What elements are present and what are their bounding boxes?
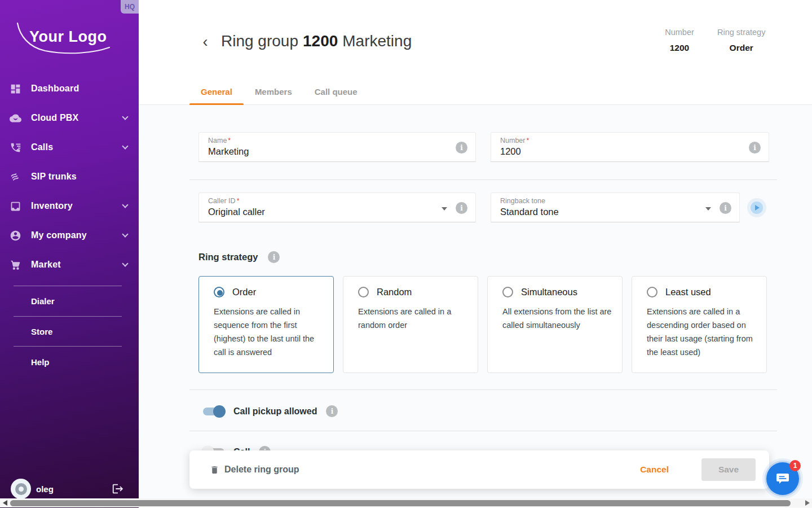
call-pickup-toggle[interactable] xyxy=(203,408,224,415)
ring-strategy-heading: Ring strategy xyxy=(198,252,258,262)
sidebar-item-label: Dashboard xyxy=(31,84,79,94)
summary-ring-strategy: Ring strategy Order xyxy=(717,28,765,53)
tab-members[interactable]: Members xyxy=(244,78,303,104)
ring-strategy-options: Order Extensions are called in sequence … xyxy=(198,276,767,373)
strategy-card-least-used[interactable]: Least used Extensions are called in a de… xyxy=(632,276,767,373)
trash-icon xyxy=(210,465,219,475)
section-divider xyxy=(189,389,777,390)
save-button[interactable]: Save xyxy=(701,458,756,481)
play-tone-button[interactable] xyxy=(751,202,763,214)
sidebar-divider xyxy=(14,286,122,286)
scrollbar-thumb[interactable] xyxy=(10,500,791,506)
logout-icon[interactable] xyxy=(112,483,124,495)
chat-icon xyxy=(775,471,791,487)
scroll-right-arrow-icon[interactable] xyxy=(805,500,810,506)
cloud-icon xyxy=(9,112,21,124)
strategy-description: Extensions are called in a random order xyxy=(358,305,469,332)
chevron-down-icon xyxy=(122,202,128,208)
radio-icon[interactable] xyxy=(502,287,513,297)
info-icon[interactable]: i xyxy=(456,142,467,154)
calls-icon xyxy=(9,141,21,154)
sip-trunks-icon xyxy=(9,170,21,183)
sidebar-item-my-company[interactable]: My company xyxy=(0,225,139,246)
ringback-tone-select[interactable]: Ringback tone Standard tone i xyxy=(491,192,740,222)
call-pickup-label: Call pickup allowed xyxy=(233,406,317,417)
sidebar-item-market[interactable]: Market xyxy=(0,255,139,275)
name-field[interactable]: Name* Marketing i xyxy=(198,132,476,162)
page-title-prefix: Ring group xyxy=(221,32,298,50)
main-content: ‹ Ring group1200Marketing Number 1200 Ri… xyxy=(139,0,812,508)
dashboard-icon xyxy=(9,82,21,95)
summary-number: Number 1200 xyxy=(662,28,697,53)
caller-id-select[interactable]: Caller ID* Original caller i xyxy=(198,192,476,222)
info-icon[interactable]: i xyxy=(749,142,761,154)
tab-general[interactable]: General xyxy=(189,78,244,104)
tab-call-queue[interactable]: Call queue xyxy=(303,78,369,104)
logo: Your Logo xyxy=(14,21,115,60)
delete-label: Delete ring group xyxy=(224,465,299,475)
scroll-left-arrow-icon[interactable] xyxy=(3,500,7,506)
sidebar-item-label: Inventory xyxy=(31,201,73,211)
ring-strategy-section: Ring strategy i xyxy=(198,251,280,263)
sidebar-link-store[interactable]: Store xyxy=(31,324,52,339)
page-title: Ring group1200Marketing xyxy=(221,32,412,50)
name-field-label: Name* xyxy=(208,137,475,144)
strategy-title: Random xyxy=(377,287,412,297)
chevron-down-icon xyxy=(122,260,128,266)
sidebar-item-sip-trunks[interactable]: SIP trunks xyxy=(0,167,139,187)
strategy-title: Order xyxy=(232,287,256,297)
sidebar-divider xyxy=(14,346,122,347)
inventory-icon xyxy=(9,200,21,212)
market-icon xyxy=(9,259,21,271)
radio-selected-icon[interactable] xyxy=(214,287,224,297)
dropdown-caret-icon[interactable] xyxy=(705,207,711,211)
delete-ring-group-button[interactable]: Delete ring group xyxy=(210,465,299,475)
strategy-card-random[interactable]: Random Extensions are called in a random… xyxy=(343,276,478,373)
sidebar-divider xyxy=(14,316,122,317)
header-summary: Number 1200 Ring strategy Order xyxy=(662,28,765,53)
cancel-button[interactable]: Cancel xyxy=(640,465,669,475)
summary-number-label: Number xyxy=(662,28,697,37)
info-icon[interactable]: i xyxy=(456,202,467,214)
info-icon[interactable]: i xyxy=(326,405,338,417)
sidebar-link-help[interactable]: Help xyxy=(31,354,50,369)
sidebar-item-label: SIP trunks xyxy=(31,172,77,182)
section-divider xyxy=(189,431,777,431)
section-divider xyxy=(189,179,777,180)
sidebar-item-calls[interactable]: Calls xyxy=(0,137,139,157)
chat-unread-badge: 1 xyxy=(789,460,801,471)
dropdown-caret-icon[interactable] xyxy=(442,207,447,211)
sidebar-link-dialer[interactable]: Dialer xyxy=(31,294,55,308)
sidebar-item-cloud-pbx[interactable]: Cloud PBX xyxy=(0,108,139,128)
logo-text: Your Logo xyxy=(29,28,107,46)
summary-number-value: 1200 xyxy=(662,43,697,53)
chevron-down-icon xyxy=(122,143,128,149)
chevron-down-icon xyxy=(122,231,128,237)
page-title-number: 1200 xyxy=(303,32,338,50)
strategy-card-simultaneous[interactable]: Simultaneous All extensions from the lis… xyxy=(487,276,623,373)
back-button[interactable]: ‹ xyxy=(197,33,213,51)
summary-ring-strategy-value: Order xyxy=(717,43,765,53)
sidebar-item-inventory[interactable]: Inventory xyxy=(0,196,139,216)
horizontal-scrollbar[interactable] xyxy=(0,498,812,507)
page-title-name: Marketing xyxy=(342,32,412,50)
radio-icon[interactable] xyxy=(358,287,369,297)
info-icon[interactable]: i xyxy=(268,251,280,263)
sidebar-item-label: My company xyxy=(31,230,87,240)
chat-widget-button[interactable]: 1 xyxy=(766,462,799,495)
info-icon[interactable]: i xyxy=(720,202,731,214)
chevron-down-icon xyxy=(122,113,128,120)
sidebar-item-label: Cloud PBX xyxy=(31,113,78,123)
caller-id-label: Caller ID* xyxy=(208,197,475,205)
strategy-title: Simultaneous xyxy=(521,287,577,297)
ringback-tone-value: Standard tone xyxy=(500,207,739,217)
number-field-label: Number* xyxy=(500,137,769,144)
hq-badge[interactable]: HQ xyxy=(121,0,139,14)
avatar[interactable] xyxy=(11,479,31,499)
number-field[interactable]: Number* 1200 i xyxy=(491,132,769,162)
radio-icon[interactable] xyxy=(647,287,657,297)
sidebar-item-dashboard[interactable]: Dashboard xyxy=(0,78,139,99)
number-field-value: 1200 xyxy=(500,146,769,157)
strategy-card-order[interactable]: Order Extensions are called in sequence … xyxy=(198,276,334,373)
user-row: oleg xyxy=(0,478,139,500)
